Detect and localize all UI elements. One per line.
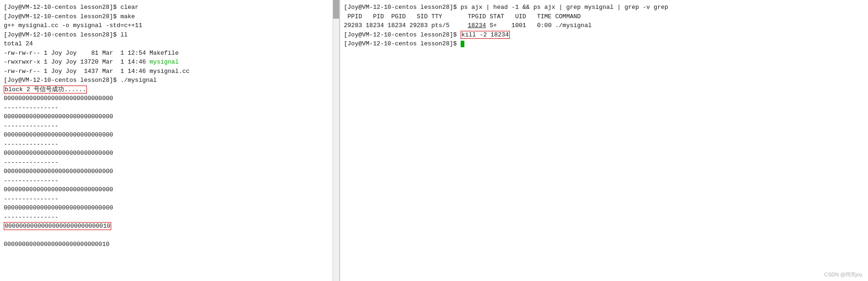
left-line-8: -rw-rw-r-- 1 Joy Joy 1437 Mar 1 14:46 my… xyxy=(4,67,335,76)
left-line-11: 000000000000000000000000000000 xyxy=(4,94,335,103)
binary-highlight: 00000000000000000000000000010 xyxy=(4,222,111,230)
left-line-2: [Joy@VM-12-10-centos lesson28]$ make xyxy=(4,12,335,22)
left-line-25-highlighted: 00000000000000000000000000010 xyxy=(4,222,335,231)
left-line-9: [Joy@VM-12-10-centos lesson28]$ ./mysign… xyxy=(4,76,335,85)
left-line-3: g++ mysignal.cc -o mysignal -std=c++11 xyxy=(4,21,335,30)
left-line-27: 00000000000000000000000000010 xyxy=(4,240,335,249)
left-line-20: --------------- xyxy=(4,176,335,186)
right-line-kill: [Joy@VM-12-10-centos lesson28]$ kill -2 … xyxy=(344,30,864,40)
left-line-1: [Joy@VM-12-10-centos lesson28]$ clear xyxy=(4,3,335,12)
right-line-header: PPID PID PGID SID TTY TPGID STAT UID TIM… xyxy=(344,12,864,22)
left-line-7: -rwxrwxr-x 1 Joy Joy 13720 Mar 1 14:46 m… xyxy=(4,58,335,67)
left-line-13: 000000000000000000000000000000 xyxy=(4,112,335,122)
right-line-data: 29283 18234 18234 29283 pts/5 18234 S+ 1… xyxy=(344,21,864,30)
right-line-1: [Joy@VM-12-10-centos lesson28]$ ps ajx |… xyxy=(344,3,864,12)
left-line-16: --------------- xyxy=(4,140,335,149)
mysignal-green: mysignal xyxy=(149,58,178,65)
left-scrollbar[interactable] xyxy=(333,0,339,281)
left-line-24: --------------- xyxy=(4,213,335,222)
left-line-10-highlighted: block 2 号信号成功...... xyxy=(4,85,335,94)
cursor-block xyxy=(461,41,464,47)
left-line-23: 000000000000000000000000000000 xyxy=(4,203,335,213)
left-line-14: --------------- xyxy=(4,122,335,131)
left-line-15: 000000000000000000000000000000 xyxy=(4,130,335,140)
left-line-22: --------------- xyxy=(4,195,335,204)
terminal-right: [Joy@VM-12-10-centos lesson28]$ ps ajx |… xyxy=(340,0,868,281)
right-line-prompt: [Joy@VM-12-10-centos lesson28]$ xyxy=(344,39,864,49)
left-line-12: --------------- xyxy=(4,103,335,113)
left-line-17: 000000000000000000000000000000 xyxy=(4,149,335,158)
left-line-5: total 24 xyxy=(4,39,335,49)
tpgid-underline: 18234 xyxy=(468,22,486,29)
left-line-18: --------------- xyxy=(4,158,335,167)
left-line-6: -rw-rw-r-- 1 Joy Joy 81 Mar 1 12:54 Make… xyxy=(4,49,335,58)
left-line-19: 000000000000000000000000000000 xyxy=(4,167,335,176)
block2-highlight: block 2 号信号成功...... xyxy=(4,86,87,94)
watermark: CSDN @阿亮joy. xyxy=(824,271,863,278)
main-container: [Joy@VM-12-10-centos lesson28]$ clear [J… xyxy=(0,0,868,281)
left-line-26 xyxy=(4,231,335,240)
terminal-left: [Joy@VM-12-10-centos lesson28]$ clear [J… xyxy=(0,0,340,281)
left-line-21: 000000000000000000000000000000 xyxy=(4,185,335,195)
left-scrollbar-thumb[interactable] xyxy=(333,0,340,19)
left-line-4: [Joy@VM-12-10-centos lesson28]$ ll xyxy=(4,30,335,40)
kill-cmd-highlight: kill -2 18234 xyxy=(461,31,510,39)
